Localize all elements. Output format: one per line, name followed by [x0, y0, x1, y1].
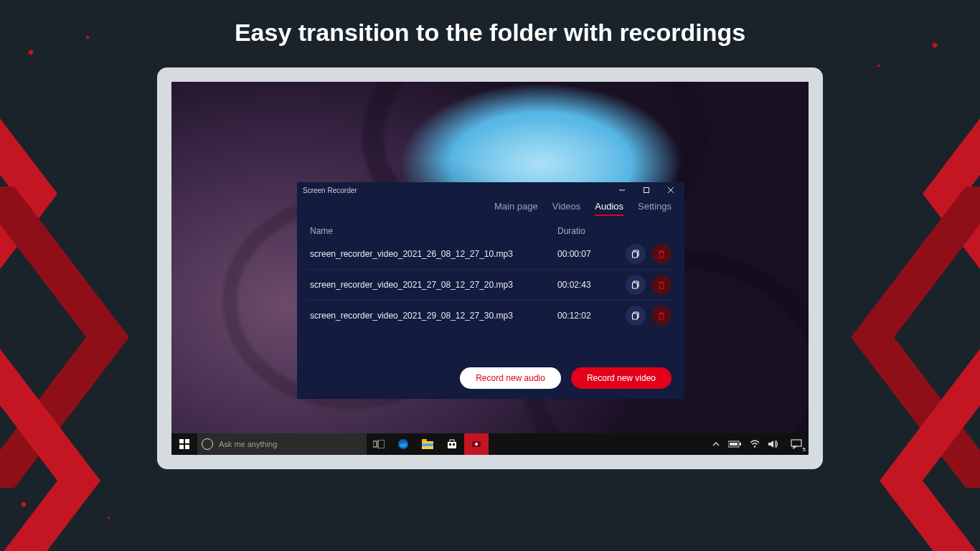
row-filename: screen_recorder_video_2021_26_08_12_27_1… — [310, 249, 557, 259]
svg-point-44 — [754, 446, 756, 448]
tray-chevron-up-icon[interactable] — [712, 441, 720, 448]
tab-audios[interactable]: Audios — [595, 201, 623, 216]
delete-button[interactable] — [651, 275, 672, 295]
marketing-headline: Easy transition to the folder with recor… — [0, 19, 980, 47]
tray-battery-icon[interactable] — [728, 441, 741, 448]
notification-count: 5 — [803, 446, 806, 453]
windows-taskbar: Ask me anything — [171, 433, 809, 455]
tab-settings[interactable]: Settings — [638, 201, 672, 216]
svg-rect-12 — [659, 252, 664, 258]
svg-marker-2 — [0, 330, 100, 551]
copy-button[interactable] — [626, 275, 646, 295]
svg-rect-30 — [378, 440, 385, 448]
window-close-button[interactable] — [659, 182, 683, 198]
tray-volume-icon[interactable] — [768, 440, 778, 448]
copy-button[interactable] — [626, 244, 646, 264]
delete-button[interactable] — [651, 306, 672, 326]
table-row: screen_recorder_video_2021_27_08_12_27_2… — [306, 270, 676, 301]
cortana-search[interactable]: Ask me anything — [197, 433, 367, 455]
row-duration: 00:02:43 — [557, 280, 608, 290]
svg-marker-5 — [880, 330, 980, 551]
table-row: screen_recorder_video_2021_29_08_12_27_3… — [306, 301, 676, 331]
task-view-button[interactable] — [367, 433, 391, 455]
svg-rect-28 — [185, 445, 189, 449]
row-filename: screen_recorder_video_2021_29_08_12_27_3… — [310, 311, 557, 321]
app-footer: Record new audio Record new video — [297, 357, 684, 399]
svg-marker-47 — [793, 446, 796, 448]
delete-button[interactable] — [651, 244, 672, 264]
cortana-icon — [202, 438, 213, 450]
row-duration: 00:12:02 — [557, 311, 608, 321]
svg-marker-45 — [768, 441, 773, 448]
svg-rect-21 — [633, 314, 638, 319]
svg-rect-34 — [422, 443, 433, 446]
svg-rect-17 — [659, 283, 664, 288]
svg-rect-22 — [659, 314, 664, 319]
table-body: screen_recorder_video_2021_26_08_12_27_1… — [297, 239, 684, 331]
taskbar-edge-icon[interactable] — [391, 433, 415, 455]
app-tabs: Main page Videos Audios Settings — [297, 198, 684, 222]
marketing-background: Easy transition to the folder with recor… — [0, 0, 980, 551]
svg-rect-7 — [644, 188, 649, 193]
row-filename: screen_recorder_video_2021_27_08_12_27_2… — [310, 280, 557, 290]
svg-rect-27 — [179, 445, 184, 449]
tray-wifi-icon[interactable] — [750, 440, 760, 448]
svg-rect-43 — [740, 443, 741, 446]
svg-rect-37 — [449, 443, 451, 446]
action-center-button[interactable]: 5 — [784, 433, 809, 455]
svg-rect-38 — [453, 443, 455, 446]
window-titlebar[interactable]: Screen Recorder — [297, 182, 684, 198]
window-title: Screen Recorder — [303, 187, 357, 194]
svg-rect-33 — [422, 439, 427, 442]
svg-rect-29 — [373, 441, 377, 447]
table-header: Name Duratio — [297, 222, 684, 239]
device-frame: Screen Recorder Main page Videos Au — [157, 67, 823, 469]
svg-rect-25 — [179, 439, 184, 443]
taskbar-screen-recorder-icon[interactable] — [464, 433, 489, 455]
column-duration: Duratio — [557, 226, 585, 236]
tab-videos[interactable]: Videos — [552, 201, 581, 216]
start-button[interactable] — [171, 433, 197, 455]
table-row: screen_recorder_video_2021_26_08_12_27_1… — [306, 239, 676, 270]
record-new-video-button[interactable]: Record new video — [571, 367, 672, 389]
window-minimize-button[interactable] — [610, 182, 634, 198]
svg-rect-42 — [730, 443, 738, 446]
window-maximize-button[interactable] — [634, 182, 659, 198]
record-new-audio-button[interactable]: Record new audio — [460, 367, 561, 389]
taskbar-file-explorer-icon[interactable] — [415, 433, 440, 455]
tab-main-page[interactable]: Main page — [494, 201, 538, 216]
svg-rect-26 — [185, 439, 189, 443]
svg-point-40 — [475, 443, 478, 446]
screen-recorder-window: Screen Recorder Main page Videos Au — [297, 182, 684, 399]
search-placeholder: Ask me anything — [219, 440, 277, 448]
svg-rect-11 — [633, 252, 638, 258]
copy-button[interactable] — [626, 306, 646, 326]
device-screen: Screen Recorder Main page Videos Au — [171, 82, 809, 455]
taskbar-store-icon[interactable] — [440, 433, 464, 455]
system-tray[interactable] — [707, 440, 784, 448]
row-duration: 00:00:07 — [557, 249, 608, 259]
column-name: Name — [310, 226, 557, 236]
svg-rect-16 — [633, 283, 638, 288]
svg-rect-46 — [791, 440, 801, 446]
